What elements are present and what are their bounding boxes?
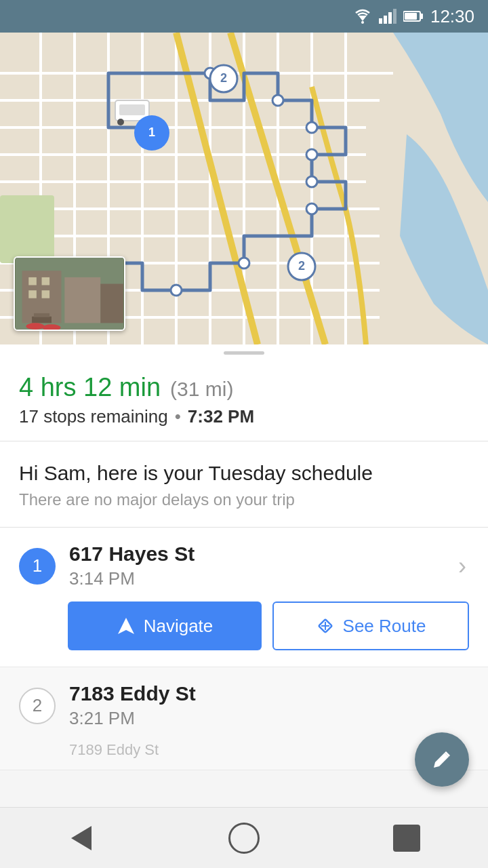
svg-point-33 [306, 122, 317, 133]
stop-info-2: 7183 Eddy St 3:21 PM [69, 682, 469, 729]
time-row: 4 hrs 12 min (31 mi) [19, 373, 469, 402]
wifi-icon [353, 9, 372, 24]
route-duration: 4 hrs 12 min [19, 373, 161, 402]
drag-handle[interactable] [0, 344, 488, 361]
see-route-button[interactable]: See Route [272, 601, 469, 650]
svg-rect-58 [32, 317, 52, 323]
svg-rect-53 [100, 284, 123, 323]
svg-rect-45 [119, 104, 145, 115]
navigate-icon [117, 616, 136, 635]
svg-rect-8 [405, 13, 417, 20]
svg-point-1 [361, 21, 364, 24]
svg-marker-0 [359, 16, 367, 21]
stop-item-1: 1 617 Hayes St 3:14 PM › Navigate See Ro… [0, 528, 488, 667]
schedule-title: Hi Sam, here is your Tuesday schedule [19, 462, 469, 485]
route-icon [316, 616, 335, 635]
battery-icon [403, 10, 424, 22]
dot-separator: • [175, 406, 181, 427]
svg-rect-57 [42, 290, 50, 298]
stop-badge-1: 1 [19, 548, 56, 585]
stops-remaining: 17 stops remaining [19, 406, 168, 427]
stop-time-2: 3:21 PM [69, 708, 469, 729]
svg-rect-5 [393, 9, 396, 24]
svg-point-37 [239, 258, 249, 269]
svg-text:2: 2 [220, 71, 227, 85]
stop-header-2[interactable]: 2 7183 Eddy St 3:21 PM [0, 667, 488, 741]
svg-rect-30 [0, 195, 54, 263]
svg-rect-52 [64, 277, 100, 323]
house-image [15, 258, 124, 330]
stop-badge-2: 2 [19, 688, 56, 724]
svg-rect-59 [34, 313, 49, 317]
svg-marker-62 [118, 618, 134, 634]
svg-point-32 [272, 95, 283, 106]
route-eta: 7:32 PM [188, 406, 254, 427]
chevron-right-icon: › [458, 552, 469, 580]
svg-point-60 [26, 323, 44, 330]
svg-rect-54 [28, 277, 37, 285]
navigate-button[interactable]: Navigate [68, 601, 262, 650]
nav-back-button[interactable] [61, 818, 102, 859]
map-area[interactable]: 2 2 1 [0, 33, 488, 344]
edit-fab[interactable] [415, 732, 469, 787]
svg-rect-3 [384, 16, 387, 24]
status-time: 12:30 [430, 6, 474, 27]
bottom-nav [0, 807, 488, 868]
svg-text:1: 1 [148, 125, 155, 139]
svg-rect-55 [42, 277, 50, 285]
back-icon [71, 826, 92, 850]
schedule-section: Hi Sam, here is your Tuesday schedule Th… [0, 441, 488, 528]
status-bar: 12:30 [0, 0, 488, 33]
nav-stop-button[interactable] [386, 818, 427, 859]
status-icons: 12:30 [353, 6, 474, 27]
svg-point-34 [306, 149, 317, 160]
stop-address-1: 617 Hayes St [69, 542, 445, 566]
svg-rect-7 [420, 14, 423, 19]
svg-point-46 [117, 119, 124, 125]
svg-point-35 [306, 176, 317, 187]
drag-pill [224, 351, 264, 355]
svg-rect-2 [379, 18, 382, 24]
route-distance: (31 mi) [170, 378, 233, 401]
stop-header-1[interactable]: 1 617 Hayes St 3:14 PM › [0, 528, 488, 601]
stops-row: 17 stops remaining • 7:32 PM [19, 406, 469, 427]
home-icon [228, 823, 260, 854]
stop-info-1: 617 Hayes St 3:14 PM [69, 542, 445, 589]
svg-point-38 [171, 285, 182, 296]
stop-icon [393, 825, 420, 852]
schedule-status: There are no major delays on your trip [19, 490, 469, 509]
edit-icon [430, 747, 454, 772]
svg-text:2: 2 [298, 259, 305, 273]
svg-rect-56 [28, 290, 37, 298]
street-thumbnail[interactable] [14, 256, 125, 331]
svg-point-36 [306, 203, 317, 214]
stop-time-1: 3:14 PM [69, 568, 445, 589]
svg-rect-4 [388, 12, 392, 24]
stop-address-2: 7183 Eddy St [69, 682, 469, 705]
action-buttons: Navigate See Route [0, 601, 488, 667]
nav-home-button[interactable] [224, 818, 264, 859]
signal-icon [379, 9, 396, 24]
route-info-panel: 4 hrs 12 min (31 mi) 17 stops remaining … [0, 361, 488, 441]
